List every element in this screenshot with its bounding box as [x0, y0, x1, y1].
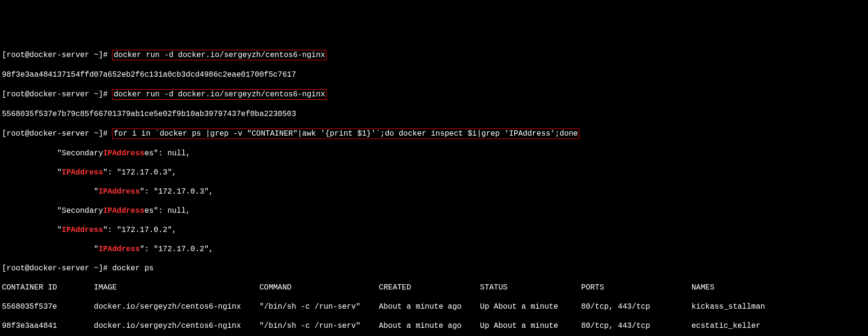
- cell-names: ecstatic_keller: [691, 321, 866, 331]
- shell-prompt: [root@docker-server ~]#: [2, 51, 112, 59]
- cell-command: "/bin/sh -c /run-serv": [259, 321, 379, 331]
- cell-ports: 80/tcp, 443/tcp: [581, 321, 691, 331]
- shell-prompt: [root@docker-server ~]#: [2, 129, 112, 138]
- docker-ps-row: 5568035f537e docker.io/sergeyzh/centos6-…: [2, 302, 866, 312]
- output-line: "IPAddress": "172.17.0.3",: [2, 168, 866, 177]
- output-line: "SecondaryIPAddresses": null,: [2, 149, 866, 158]
- cell-created: About a minute ago: [379, 302, 480, 312]
- match-highlight: IPAddress: [62, 168, 103, 177]
- match-highlight: IPAddress: [103, 149, 144, 158]
- cell-image: docker.io/sergeyzh/centos6-nginx: [94, 302, 259, 312]
- match-highlight: IPAddress: [99, 245, 140, 254]
- col-header-ports: PORTS: [581, 283, 691, 292]
- cell-ports: 80/tcp, 443/tcp: [581, 302, 691, 312]
- match-highlight: IPAddress: [103, 207, 144, 215]
- command-text: docker ps: [112, 264, 153, 273]
- cell-status: Up About a minute: [480, 321, 581, 331]
- output-hash: 5568035f537e7b79c85f66701379ab1ce5e02f9b…: [2, 109, 866, 119]
- cell-id: 5568035f537e: [2, 302, 94, 312]
- docker-ps-row: 98f3e3aa4841 docker.io/sergeyzh/centos6-…: [2, 321, 866, 331]
- cell-id: 98f3e3aa4841: [2, 321, 94, 331]
- terminal-output: [root@docker-server ~]# docker run -d do…: [2, 40, 866, 336]
- cell-names: kickass_stallman: [691, 302, 866, 312]
- col-header-status: STATUS: [480, 283, 581, 292]
- output-hash: 98f3e3aa484137154ffd07a652eb2f6c131a0cb3…: [2, 70, 866, 80]
- match-highlight: IPAddress: [99, 187, 140, 196]
- col-header-created: CREATED: [379, 283, 480, 292]
- output-line: "SecondaryIPAddresses": null,: [2, 206, 866, 216]
- docker-ps-header: CONTAINER ID IMAGE COMMAND CREATED STATU…: [2, 283, 866, 292]
- col-header-id: CONTAINER ID: [2, 283, 94, 292]
- shell-prompt: [root@docker-server ~]#: [2, 90, 112, 99]
- highlighted-command: docker run -d docker.io/sergeyzh/centos6…: [112, 89, 327, 100]
- cell-command: "/bin/sh -c /run-serv": [259, 302, 379, 312]
- col-header-image: IMAGE: [94, 283, 259, 292]
- highlighted-command: docker run -d docker.io/sergeyzh/centos6…: [112, 50, 327, 60]
- cell-status: Up About a minute: [480, 302, 581, 312]
- cell-image: docker.io/sergeyzh/centos6-nginx: [94, 321, 259, 331]
- col-header-names: NAMES: [691, 283, 866, 292]
- col-header-command: COMMAND: [259, 283, 379, 292]
- shell-prompt: [root@docker-server ~]#: [2, 264, 112, 273]
- output-line: "IPAddress": "172.17.0.2",: [2, 225, 866, 235]
- output-line: "IPAddress": "172.17.0.3",: [2, 187, 866, 197]
- cell-created: About a minute ago: [379, 321, 480, 331]
- highlighted-command: for i in `docker ps |grep -v "CONTAINER"…: [112, 128, 579, 139]
- output-line: "IPAddress": "172.17.0.2",: [2, 244, 866, 254]
- match-highlight: IPAddress: [62, 226, 103, 234]
